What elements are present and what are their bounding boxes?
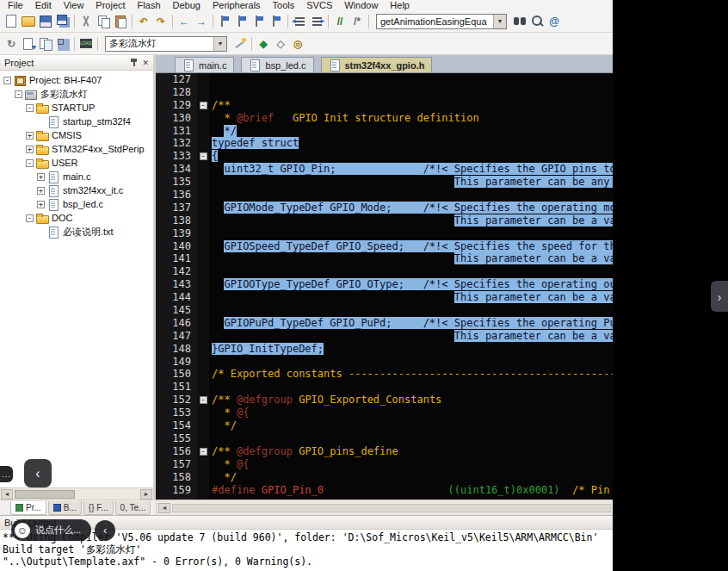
pin-icon[interactable] — [129, 58, 139, 67]
scroll-left-icon[interactable]: ◄ — [1, 489, 13, 500]
target-options-icon[interactable] — [232, 36, 248, 51]
menu-item-view[interactable]: View — [58, 0, 90, 10]
books-dock-tab[interactable]: B... — [48, 501, 82, 515]
indent-left-icon[interactable] — [292, 14, 307, 28]
tree-item[interactable]: +CMSIS — [0, 128, 153, 142]
new-file-icon[interactable] — [3, 14, 19, 28]
code-line[interactable]: 158 */ — [156, 471, 613, 484]
editor-tab-bsp_led.c[interactable]: bsp_led.c — [241, 57, 313, 72]
save-all-icon[interactable] — [55, 14, 71, 28]
open-file-icon[interactable] — [21, 14, 36, 28]
find-in-files-icon[interactable] — [512, 14, 527, 28]
code-line[interactable]: 148}GPIO_InitTypeDef; — [156, 343, 613, 356]
redo-icon[interactable]: ↷ — [153, 14, 169, 28]
functions-dock-tab[interactable]: {} F... — [83, 501, 114, 515]
code-line[interactable]: 131 */ — [156, 125, 613, 138]
code-line[interactable]: 142 — [156, 265, 613, 278]
menu-item-flash[interactable]: Flash — [132, 0, 167, 10]
uncomment-icon[interactable]: /* — [349, 14, 365, 28]
bookmark-next-icon[interactable] — [251, 14, 267, 28]
scrollbar-thumb[interactable] — [15, 490, 75, 499]
copy-icon[interactable] — [96, 14, 111, 28]
collapse-box-icon[interactable]: - — [26, 214, 34, 222]
menu-item-window[interactable]: Window — [338, 0, 384, 10]
code-line[interactable]: 134 uint32_t GPIO_Pin; /*!< Specifies th… — [156, 163, 613, 176]
code-line[interactable]: 150/* Exported constants ---------------… — [156, 368, 613, 381]
menu-item-project[interactable]: Project — [89, 0, 131, 10]
code-line[interactable]: 140 GPIOSpeed_TypeDef GPIO_Speed; /*!< S… — [156, 240, 613, 253]
code-line[interactable]: 141 This parameter can be a value of @re… — [156, 252, 613, 265]
code-line[interactable]: 157 * @{ — [156, 458, 613, 471]
flash-download-icon[interactable] — [78, 36, 94, 51]
fold-marker[interactable]: - — [197, 394, 209, 407]
code-line[interactable]: 138 This parameter can be a value of @re… — [156, 214, 613, 227]
configure-icon[interactable]: @ — [546, 14, 562, 28]
menu-item-edit[interactable]: Edit — [29, 0, 58, 10]
tree-item[interactable]: startup_stm32f4 — [0, 115, 153, 128]
project-panel-hscrollbar[interactable]: ◄ ► — [0, 487, 153, 500]
code-line[interactable]: 147 This parameter can be a value of @re… — [156, 330, 613, 343]
expand-box-icon[interactable]: + — [37, 201, 45, 208]
menu-item-debug[interactable]: Debug — [167, 0, 207, 10]
collapse-box-icon[interactable]: - — [3, 77, 11, 84]
target-select[interactable]: 多彩流水灯 ▼ — [105, 36, 227, 52]
tree-item[interactable]: -USER — [0, 156, 153, 170]
code-line[interactable]: 152-/** @defgroup GPIO_Exported_Constant… — [156, 394, 613, 407]
tree-item[interactable]: -Project: BH-F407 — [0, 73, 153, 87]
chevron-down-icon[interactable]: ▼ — [493, 15, 506, 28]
menu-item-tools[interactable]: Tools — [267, 0, 301, 10]
search-icon[interactable] — [529, 14, 545, 28]
expand-box-icon[interactable]: + — [37, 173, 45, 181]
navigate-back-icon[interactable]: ← — [176, 14, 192, 28]
fold-marker[interactable]: - — [197, 150, 209, 163]
translate-icon[interactable]: ↻ — [3, 36, 19, 51]
paste-icon[interactable] — [113, 14, 128, 28]
tree-item[interactable]: -多彩流水灯 — [0, 87, 153, 101]
code-area[interactable]: 127128129-/**130 * @brief GPIO Init stru… — [156, 73, 613, 500]
code-line[interactable]: 159#define GPIO_Pin_0 ((uint16_t)0x0001)… — [156, 484, 613, 497]
code-line[interactable]: 156-/** @defgroup GPIO_pins_define — [156, 445, 613, 458]
code-line[interactable]: 128 — [156, 86, 613, 99]
expand-box-icon[interactable]: + — [37, 187, 45, 195]
code-line[interactable]: 129-/** — [156, 99, 613, 112]
code-line[interactable]: 139 — [156, 227, 613, 240]
code-line[interactable]: 133-{ — [156, 150, 613, 163]
tree-item[interactable]: +STM32F4xx_StdPerip — [0, 142, 153, 156]
tree-item[interactable]: +bsp_led.c — [0, 197, 153, 211]
code-line[interactable]: 153 * @{ — [156, 407, 613, 419]
comment-icon[interactable]: // — [332, 14, 348, 28]
code-line[interactable]: 155 — [156, 432, 613, 445]
templates-dock-tab[interactable]: 0, Te... — [115, 501, 151, 515]
code-line[interactable]: 136 — [156, 189, 613, 202]
tree-item[interactable]: -STARTUP — [0, 101, 153, 115]
bookmark-clear-icon[interactable] — [268, 14, 284, 28]
close-icon[interactable]: ✕ — [142, 59, 149, 67]
code-line[interactable]: 151 — [156, 381, 613, 394]
code-line[interactable]: 132typedef struct — [156, 137, 613, 150]
save-icon[interactable] — [38, 14, 53, 28]
indent-right-icon[interactable] — [309, 14, 324, 28]
tree-item[interactable]: +main.c — [0, 170, 153, 183]
chat-collapse-button[interactable]: ‹ — [95, 520, 115, 541]
fold-marker[interactable]: - — [197, 445, 209, 458]
tree-item[interactable]: +stm32f4xx_it.c — [0, 183, 153, 197]
batch-build-icon[interactable] — [55, 36, 71, 51]
code-line[interactable]: 137 GPIOMode_TypeDef GPIO_Mode; /*!< Spe… — [156, 202, 613, 214]
scroll-left-icon[interactable]: ◄ — [158, 503, 170, 513]
menu-item-peripherals[interactable]: Peripherals — [207, 0, 267, 10]
tree-item[interactable]: 必读说明.txt — [0, 225, 153, 239]
chevron-down-icon[interactable]: ▼ — [213, 37, 226, 51]
expand-right-panel-button[interactable]: › — [711, 281, 728, 312]
bookmark-toggle-icon[interactable] — [217, 14, 232, 28]
menu-item-help[interactable]: Help — [384, 0, 416, 10]
expand-box-icon[interactable]: + — [26, 132, 34, 140]
code-line[interactable]: 143 GPIOOType_TypeDef GPIO_OType; /*!< S… — [156, 278, 613, 291]
undo-icon[interactable]: ↶ — [136, 14, 151, 28]
code-line[interactable]: 149 — [156, 356, 613, 369]
code-line[interactable]: 146 GPIOPuPd_TypeDef GPIO_PuPd; /*!< Spe… — [156, 317, 613, 330]
build-icon[interactable] — [21, 36, 36, 51]
code-line[interactable]: 144 This parameter can be a value of @re… — [156, 291, 613, 304]
navigate-forward-icon[interactable]: → — [194, 14, 209, 28]
code-line[interactable]: 127 — [156, 73, 613, 86]
bookmark-prev-icon[interactable] — [234, 14, 250, 28]
